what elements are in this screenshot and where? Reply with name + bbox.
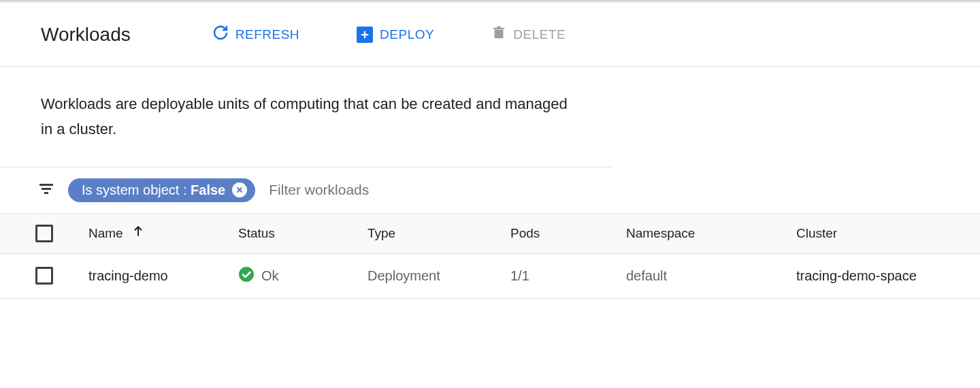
svg-rect-2: [495, 29, 504, 38]
cell-cluster[interactable]: tracing-demo-space: [796, 268, 980, 284]
cell-name[interactable]: tracing-demo: [88, 268, 238, 284]
filter-chip[interactable]: Is system object : False: [68, 178, 255, 202]
filter-bar: Is system object : False: [0, 167, 980, 213]
filter-icon[interactable]: [38, 180, 54, 199]
table-row[interactable]: tracing-demo Ok Deployment 1/1 default t…: [0, 254, 980, 299]
column-header-namespace[interactable]: Namespace: [626, 226, 796, 241]
svg-rect-7: [44, 192, 48, 194]
select-all-checkbox[interactable]: [35, 225, 53, 242]
svg-rect-6: [42, 188, 51, 190]
svg-point-11: [239, 267, 254, 282]
page-header: Workloads Refresh Deploy D: [0, 3, 980, 67]
delete-label: Delete: [513, 27, 566, 42]
cell-namespace: default: [626, 268, 796, 284]
refresh-label: Refresh: [235, 27, 299, 42]
column-header-pods[interactable]: Pods: [510, 226, 626, 241]
refresh-icon: [212, 25, 229, 44]
workloads-table: Name Status Type Pods Namespace Cluster …: [0, 213, 980, 299]
plus-icon: [357, 27, 373, 43]
column-name-label: Name: [88, 226, 123, 241]
column-header-name[interactable]: Name: [88, 225, 238, 242]
svg-rect-4: [497, 26, 501, 28]
chip-prefix: Is system object :: [82, 182, 191, 197]
row-checkbox[interactable]: [35, 267, 53, 285]
filter-input[interactable]: [269, 182, 942, 198]
column-header-type[interactable]: Type: [368, 226, 510, 241]
status-ok-icon: [238, 266, 255, 286]
cell-type: Deployment: [368, 268, 510, 284]
page-title: Workloads: [41, 24, 131, 46]
cell-status: Ok: [261, 268, 279, 284]
table-header: Name Status Type Pods Namespace Cluster: [0, 213, 980, 254]
chip-label: Is system object : False: [82, 182, 225, 198]
page-description: Workloads are deployable units of comput…: [0, 67, 612, 167]
column-header-status[interactable]: Status: [238, 226, 368, 241]
deploy-label: Deploy: [380, 27, 434, 42]
column-header-cluster[interactable]: Cluster: [796, 226, 980, 241]
delete-button[interactable]: Delete: [482, 20, 575, 49]
sort-ascending-icon: [131, 225, 145, 242]
cell-pods: 1/1: [510, 268, 626, 284]
chip-close-icon[interactable]: [232, 182, 247, 197]
chip-value: False: [191, 182, 225, 197]
svg-rect-5: [39, 184, 53, 186]
deploy-button[interactable]: Deploy: [347, 21, 444, 48]
trash-icon: [491, 25, 506, 44]
refresh-button[interactable]: Refresh: [203, 19, 309, 50]
